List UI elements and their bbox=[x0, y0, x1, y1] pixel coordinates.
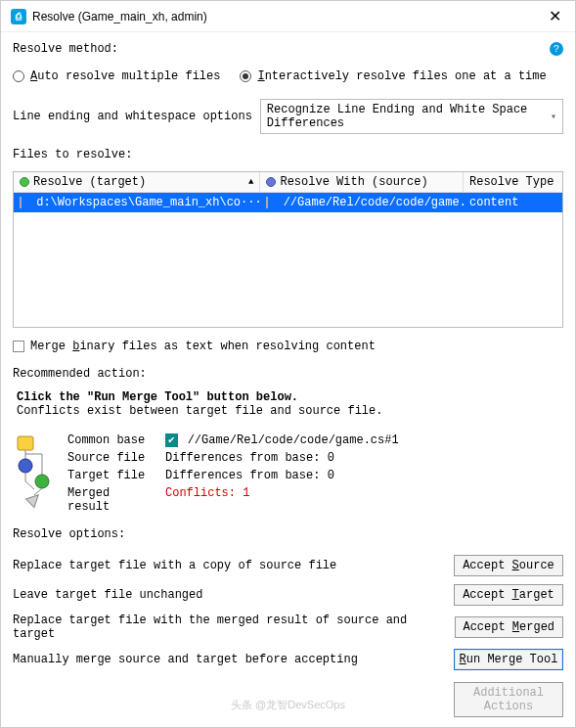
chevron-down-icon: ▾ bbox=[551, 111, 556, 122]
green-circle-icon bbox=[20, 177, 29, 187]
window-title: Resolve (Game_main_xh, admin) bbox=[32, 10, 545, 23]
source-file-label: Source file bbox=[67, 451, 155, 465]
target-file-value: Differences from base: 0 bbox=[165, 469, 334, 482]
radio-interactive-label: Interactively resolve files one at a tim… bbox=[257, 69, 546, 83]
merge-binary-checkbox[interactable] bbox=[13, 341, 24, 352]
help-icon[interactable]: ? bbox=[550, 42, 563, 56]
recommended-action-text: Click the "Run Merge Tool" button below. bbox=[17, 390, 563, 404]
common-base-label: Common base bbox=[67, 433, 155, 447]
table-header: Resolve (target) ▲ Resolve With (source)… bbox=[14, 172, 562, 193]
recommended-sub-text: Conflicts exist between target file and … bbox=[17, 404, 563, 418]
recommended-label: Recommended action: bbox=[13, 367, 563, 381]
merge-graph-icon bbox=[13, 433, 56, 514]
opt-accept-target-text: Leave target file unchanged bbox=[13, 588, 202, 602]
svg-marker-9 bbox=[26, 491, 43, 508]
accept-target-button[interactable]: Accept Target bbox=[454, 584, 563, 606]
resolve-dialog: ⎙ Resolve (Game_main_xh, admin) ✕ Resolv… bbox=[0, 0, 576, 728]
run-merge-tool-button[interactable]: Run Merge Tool bbox=[454, 649, 563, 670]
additional-actions-button[interactable]: Additional Actions bbox=[454, 682, 563, 717]
app-icon: ⎙ bbox=[11, 9, 26, 24]
svg-point-6 bbox=[35, 475, 49, 488]
svg-rect-0 bbox=[18, 436, 33, 450]
target-file-label: Target file bbox=[67, 469, 155, 482]
accept-merged-button[interactable]: Accept Merged bbox=[455, 616, 563, 638]
check-chip-icon: ✔ bbox=[165, 433, 178, 447]
source-file-value: Differences from base: 0 bbox=[165, 451, 334, 465]
resolve-method-label: Resolve method: bbox=[13, 42, 118, 56]
svg-line-8 bbox=[34, 488, 42, 495]
opt-run-merge-text: Manually merge source and target before … bbox=[13, 653, 358, 666]
files-label: Files to resolve: bbox=[13, 148, 563, 161]
sort-asc-icon: ▲ bbox=[248, 177, 253, 187]
svg-line-7 bbox=[25, 481, 34, 489]
lineending-dropdown[interactable]: Recognize Line Ending and White Space Di… bbox=[260, 99, 563, 134]
blue-circle-icon bbox=[266, 177, 276, 187]
merged-result-label: Merged result bbox=[67, 486, 155, 514]
resolve-options-label: Resolve options: bbox=[13, 527, 563, 541]
resolve-method-radios: Auto resolve multiple files Interactivel… bbox=[13, 69, 563, 83]
merge-binary-label: Merge binary files as text when resolvin… bbox=[30, 340, 376, 353]
close-icon[interactable]: ✕ bbox=[545, 7, 565, 25]
col-resolve-type[interactable]: Resolve Type bbox=[464, 172, 562, 192]
svg-point-4 bbox=[19, 459, 32, 473]
common-base-value: //Game/Rel/code/code/game.cs#1 bbox=[188, 433, 399, 447]
radio-auto[interactable] bbox=[13, 70, 24, 82]
lineending-label: Line ending and whitespace options bbox=[13, 110, 252, 123]
col-resolve-target[interactable]: Resolve (target) ▲ bbox=[14, 172, 260, 192]
opt-accept-merged-text: Replace target file with the merged resu… bbox=[13, 614, 455, 641]
radio-interactive[interactable] bbox=[240, 70, 251, 82]
accept-source-button[interactable]: Accept Source bbox=[454, 555, 563, 576]
titlebar: ⎙ Resolve (Game_main_xh, admin) ✕ bbox=[1, 1, 575, 32]
files-table: Resolve (target) ▲ Resolve With (source)… bbox=[13, 171, 563, 328]
file-icon bbox=[266, 197, 268, 208]
col-resolve-with[interactable]: Resolve With (source) bbox=[260, 172, 464, 192]
lineending-value: Recognize Line Ending and White Space Di… bbox=[267, 103, 551, 130]
radio-auto-label: Auto resolve multiple files bbox=[30, 69, 220, 83]
opt-accept-source-text: Replace target file with a copy of sourc… bbox=[13, 559, 336, 572]
merged-result-value: Conflicts: 1 bbox=[165, 486, 249, 514]
table-row[interactable]: d:\Workspaces\Game_main_xh\co··· //Game/… bbox=[14, 193, 562, 212]
file-icon bbox=[20, 197, 22, 208]
